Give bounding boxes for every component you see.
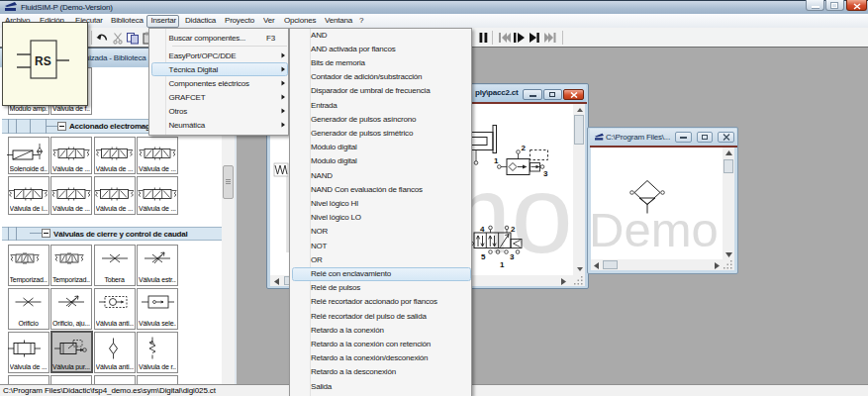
svg-text:1: 1 <box>494 156 499 165</box>
svg-text:3: 3 <box>510 252 515 261</box>
svg-text:RS: RS <box>35 54 51 68</box>
svg-text:1: 1 <box>500 260 505 269</box>
svg-text:5: 5 <box>481 252 486 261</box>
svg-text:4: 4 <box>480 225 485 234</box>
svg-text:Demo: Demo <box>591 203 719 256</box>
svg-text:2: 2 <box>511 225 516 234</box>
svg-text:2: 2 <box>522 144 527 152</box>
svg-text:3: 3 <box>543 169 548 178</box>
